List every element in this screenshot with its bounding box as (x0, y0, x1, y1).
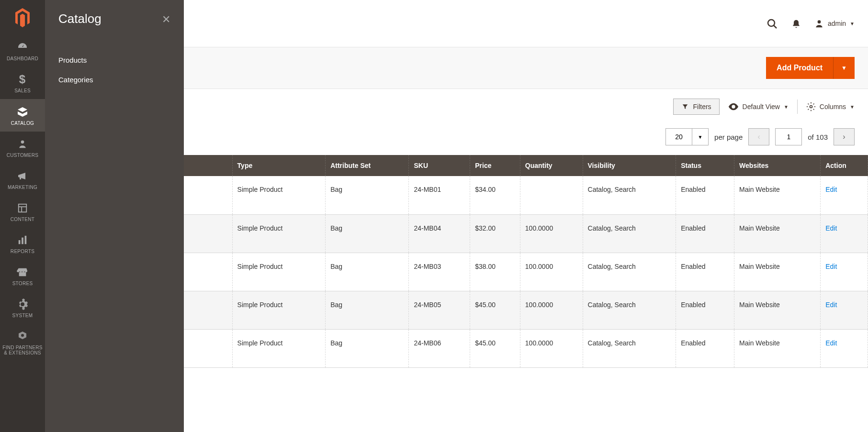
svg-point-11 (818, 20, 821, 23)
dollar-icon: $ (2, 73, 43, 85)
sidebar-label: CONTENT (2, 217, 43, 222)
sidebar-item-partners[interactable]: FIND PARTNERS & EXTENSIONS (0, 324, 45, 361)
sidebar-item-reports[interactable]: REPORTS (0, 228, 45, 260)
col-header-action[interactable]: Action (821, 155, 868, 176)
reports-icon (2, 233, 43, 246)
page-size-dropdown[interactable]: ▼ (692, 128, 709, 145)
sidebar-label: SYSTEM (2, 313, 43, 318)
cell-status: Enabled (676, 291, 734, 329)
svg-point-12 (810, 106, 812, 108)
filters-label: Filters (693, 103, 711, 111)
sidebar-item-customers[interactable]: CUSTOMERS (0, 132, 45, 164)
edit-link[interactable]: Edit (825, 224, 837, 232)
sidebar-item-sales[interactable]: $ SALES (0, 67, 45, 99)
cell-action: Edit (821, 253, 868, 291)
notifications-icon[interactable] (791, 17, 801, 30)
cell-attribute-set: Bag (326, 291, 409, 329)
sidebar-label: DASHBOARD (2, 56, 43, 61)
col-header-attribute-set[interactable]: Attribute Set (326, 155, 409, 176)
default-view-button[interactable]: Default View ▼ (728, 103, 789, 111)
cell-type: Simple Product (232, 214, 326, 253)
col-header-type[interactable]: Type (232, 155, 326, 176)
filters-button[interactable]: Filters (673, 99, 719, 115)
sidebar-item-marketing[interactable]: MARKETING (0, 164, 45, 196)
submenu-item-products[interactable]: Products (58, 50, 170, 70)
sidebar-label: CATALOG (2, 121, 43, 126)
close-icon[interactable]: ✕ (162, 13, 170, 26)
magento-logo-icon (14, 8, 31, 27)
cell-price: $32.00 (470, 214, 520, 253)
edit-link[interactable]: Edit (825, 186, 837, 193)
user-name: admin (828, 20, 846, 27)
chevron-down-icon: ▼ (784, 104, 789, 110)
gear-icon (806, 102, 816, 111)
cell-action: Edit (821, 176, 868, 214)
cell-quantity: 100.0000 (520, 291, 583, 329)
user-icon (814, 19, 824, 28)
cell-type: Simple Product (232, 176, 326, 214)
col-header-visibility[interactable]: Visibility (583, 155, 676, 176)
svg-rect-2 (19, 204, 27, 212)
sidebar-label: STORES (2, 281, 43, 286)
cell-price: $45.00 (470, 329, 520, 367)
cell-websites: Main Website (734, 253, 821, 291)
add-product-group: Add Product ▼ (766, 57, 855, 79)
add-product-dropdown[interactable]: ▼ (833, 57, 855, 79)
cell-sku: 24-MB05 (409, 291, 470, 329)
cell-attribute-set: Bag (326, 176, 409, 214)
edit-link[interactable]: Edit (825, 301, 837, 309)
megaphone-icon (2, 169, 43, 182)
col-header-status[interactable]: Status (676, 155, 734, 176)
stores-icon (2, 266, 43, 278)
magento-logo[interactable] (0, 0, 45, 35)
eye-icon (728, 103, 739, 111)
next-page-button[interactable]: › (834, 128, 855, 145)
default-view-label: Default View (743, 103, 780, 111)
columns-button[interactable]: Columns ▼ (806, 102, 855, 111)
edit-link[interactable]: Edit (825, 263, 837, 270)
cell-status: Enabled (676, 176, 734, 214)
sidebar-item-dashboard[interactable]: DASHBOARD (0, 35, 45, 67)
cell-action: Edit (821, 329, 868, 367)
cell-visibility: Catalog, Search (583, 253, 676, 291)
svg-line-10 (774, 25, 777, 28)
svg-text:$: $ (19, 74, 26, 85)
sidebar-item-catalog[interactable]: CATALOG (0, 99, 45, 131)
edit-link[interactable]: Edit (825, 339, 837, 347)
add-product-button[interactable]: Add Product (766, 57, 833, 79)
sidebar-item-system[interactable]: SYSTEM (0, 292, 45, 324)
cell-status: Enabled (676, 214, 734, 253)
cell-price: $34.00 (470, 176, 520, 214)
svg-rect-7 (25, 236, 27, 244)
of-pages-label: of 103 (808, 133, 828, 141)
submenu-title: Catalog (58, 11, 170, 26)
sidebar-label: REPORTS (2, 249, 43, 254)
dashboard-icon (2, 41, 43, 53)
svg-point-8 (21, 334, 24, 337)
content-icon (2, 201, 43, 214)
svg-point-1 (21, 140, 24, 144)
sidebar-item-stores[interactable]: STORES (0, 260, 45, 292)
col-header-price[interactable]: Price (470, 155, 520, 176)
submenu-item-categories[interactable]: Categories (58, 70, 170, 89)
search-icon[interactable] (767, 17, 778, 30)
chevron-right-icon: › (843, 133, 845, 141)
catalog-submenu: Catalog ✕ Products Categories (45, 0, 184, 432)
col-header-quantity[interactable]: Quantity (520, 155, 583, 176)
catalog-icon (2, 105, 43, 117)
col-header-sku[interactable]: SKU (409, 155, 470, 176)
user-menu[interactable]: admin ▼ (814, 19, 855, 28)
gear-icon (2, 298, 43, 310)
page-size-input[interactable] (665, 128, 692, 145)
svg-point-9 (768, 20, 775, 26)
cell-websites: Main Website (734, 291, 821, 329)
page-number-input[interactable] (775, 128, 802, 145)
per-page-label: per page (714, 133, 743, 141)
funnel-icon (681, 103, 689, 110)
sidebar-item-content[interactable]: CONTENT (0, 196, 45, 228)
cell-sku: 24-MB04 (409, 214, 470, 253)
col-header-websites[interactable]: Websites (734, 155, 821, 176)
sidebar-label: CUSTOMERS (2, 153, 43, 158)
prev-page-button[interactable]: ‹ (748, 128, 769, 145)
cell-quantity: 100.0000 (520, 329, 583, 367)
